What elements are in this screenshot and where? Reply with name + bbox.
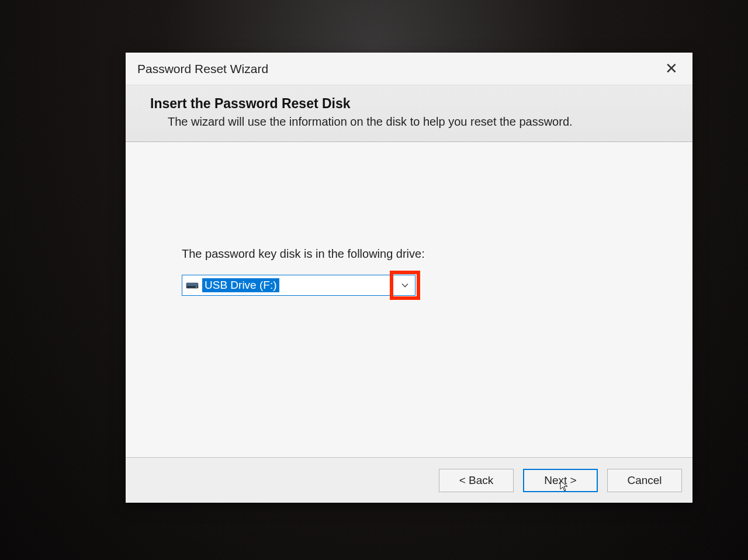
dialog-title: Password Reset Wizard: [137, 62, 268, 76]
drive-select-value: USB Drive (F:): [202, 278, 279, 292]
wizard-body: The password key disk is in the followin…: [126, 142, 692, 457]
close-icon: ✕: [665, 60, 678, 78]
back-button[interactable]: < Back: [439, 469, 514, 492]
chevron-down-icon: [401, 281, 409, 291]
wizard-step-subheading: The wizard will use the information on t…: [150, 115, 676, 129]
header-band: Insert the Password Reset Disk The wizar…: [126, 85, 692, 142]
wizard-dialog: Password Reset Wizard ✕ Insert the Passw…: [126, 53, 692, 503]
svg-point-2: [196, 286, 197, 288]
back-button-label: < Back: [459, 474, 494, 487]
wizard-footer: < Back Next > Cancel: [126, 457, 692, 503]
close-button[interactable]: ✕: [659, 56, 684, 82]
titlebar: Password Reset Wizard ✕: [126, 53, 692, 85]
usb-drive-icon: [186, 281, 199, 289]
next-button-label: Next >: [544, 474, 576, 487]
next-button[interactable]: Next >: [523, 469, 598, 492]
cancel-button[interactable]: Cancel: [607, 469, 682, 492]
drive-prompt-label: The password key disk is in the followin…: [182, 247, 636, 261]
wizard-step-heading: Insert the Password Reset Disk: [150, 96, 676, 112]
cancel-button-label: Cancel: [627, 474, 662, 487]
drive-select-wrap: USB Drive (F:): [182, 275, 415, 296]
drive-select[interactable]: USB Drive (F:): [182, 275, 415, 296]
